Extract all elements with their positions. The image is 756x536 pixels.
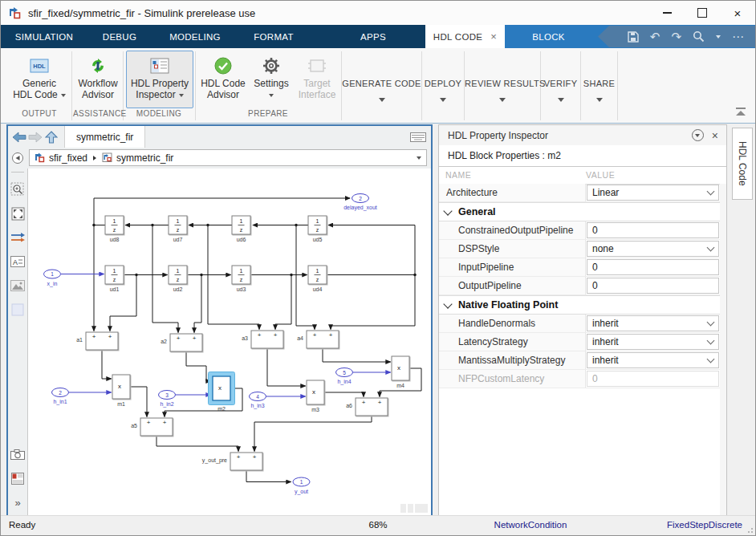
minimize-button[interactable] bbox=[649, 1, 685, 25]
section-generate-code[interactable]: GENERATE CODE bbox=[342, 48, 421, 120]
back-icon[interactable] bbox=[11, 129, 27, 145]
close-button[interactable]: × bbox=[720, 1, 755, 25]
property-row-constrainedoutputpipeline: ConstrainedOutputPipeline 0 bbox=[439, 221, 720, 240]
architecture-select[interactable]: Linear bbox=[587, 185, 719, 201]
section-collapse-icon[interactable] bbox=[443, 206, 452, 215]
section-review-results[interactable]: REVIEW RESULTS bbox=[465, 48, 540, 120]
dspstyle-select[interactable]: none bbox=[587, 241, 719, 257]
camera-icon[interactable] bbox=[10, 446, 26, 462]
tab-format[interactable]: FORMAT bbox=[248, 25, 299, 48]
mantissamultiplystrategy-select[interactable]: inherit bbox=[587, 352, 719, 368]
svg-text:+: + bbox=[329, 331, 333, 339]
property-row-mantissamultiplystrategy: MantissaMultiplyStrategy inherit bbox=[439, 351, 720, 370]
up-to-parent-icon[interactable] bbox=[43, 129, 59, 145]
more-tools-icon[interactable]: » bbox=[10, 494, 26, 510]
section-native-floating-point[interactable]: Native Floating Point bbox=[439, 295, 720, 315]
signal-routing-icon[interactable] bbox=[10, 229, 26, 246]
tab-simulation[interactable]: SIMULATION bbox=[14, 25, 75, 48]
svg-text:+: + bbox=[274, 331, 278, 339]
latencystrategy-select[interactable]: inherit bbox=[587, 334, 719, 350]
panel-scrollbar[interactable] bbox=[720, 184, 726, 516]
generic-hdl-code-button[interactable]: HDL Generic HDL Code bbox=[9, 51, 70, 108]
annotation-icon[interactable]: A bbox=[10, 254, 26, 270]
outputpipeline-field[interactable]: 0 bbox=[587, 278, 719, 294]
search-icon[interactable] bbox=[693, 30, 705, 43]
selected-block-m2 bbox=[209, 372, 235, 405]
tab-apps[interactable]: APPS bbox=[352, 25, 394, 48]
svg-text:+: + bbox=[177, 335, 181, 342]
panel-close-icon[interactable]: × bbox=[712, 129, 718, 142]
status-bar: Ready 68% NetworkCondition FixedStepDisc… bbox=[1, 515, 755, 535]
svg-text:ud1: ud1 bbox=[110, 286, 120, 292]
quick-access-dropdown-icon[interactable] bbox=[716, 35, 721, 39]
property-row-architecture: Architecture Linear bbox=[439, 184, 720, 202]
hdl-property-inspector-button[interactable]: HDL Property Inspector bbox=[126, 51, 193, 108]
resize-grip[interactable] bbox=[745, 525, 753, 533]
fit-to-view-icon[interactable] bbox=[10, 205, 26, 221]
collapse-ribbon-icon[interactable] bbox=[734, 108, 747, 117]
svg-text:z: z bbox=[113, 277, 116, 282]
workflow-advisor-button[interactable]: Workflow Advisor bbox=[75, 51, 121, 108]
tab-hdl-code[interactable]: HDL CODE × bbox=[425, 25, 505, 48]
status-network-condition[interactable]: NetworkCondition bbox=[458, 520, 603, 530]
svg-text:a3: a3 bbox=[242, 335, 248, 341]
inputpipeline-field[interactable]: 0 bbox=[587, 259, 719, 275]
svg-text:z: z bbox=[113, 227, 116, 233]
image-icon[interactable] bbox=[10, 278, 26, 294]
tab-modeling[interactable]: MODELING bbox=[165, 25, 226, 48]
breadcrumb[interactable]: sfir_fixed symmetric_fir bbox=[29, 149, 427, 166]
panel-menu-icon[interactable] bbox=[692, 129, 704, 141]
settings-button[interactable]: Settings bbox=[250, 51, 293, 108]
status-solver[interactable]: FixedStepDiscrete bbox=[667, 520, 742, 530]
constrainedoutputpipeline-field[interactable]: 0 bbox=[587, 222, 719, 238]
svg-text:1: 1 bbox=[240, 218, 243, 224]
svg-text:4: 4 bbox=[256, 394, 259, 400]
svg-text:+: + bbox=[92, 333, 96, 340]
dropdown-caret-icon bbox=[342, 98, 421, 102]
svg-text:+: + bbox=[163, 419, 167, 426]
diagram-canvas[interactable]: 1z ud8 1z ud7 1z ud6 1z ud5 1z ud1 1z bbox=[28, 169, 431, 515]
handledenormals-select[interactable]: inherit bbox=[587, 315, 719, 331]
editor-tab-symmetric-fir[interactable]: symmetric_fir bbox=[64, 126, 145, 148]
svg-text:a2: a2 bbox=[161, 339, 167, 344]
undo-icon[interactable]: ↶ bbox=[650, 30, 660, 43]
target-interface-icon bbox=[307, 54, 327, 78]
svg-text:h_in3: h_in3 bbox=[250, 403, 264, 409]
quick-access-toolbar: ↶ ↷ ⋯ bbox=[598, 26, 755, 47]
svg-text:a4: a4 bbox=[297, 335, 303, 341]
breadcrumb-dropdown-icon[interactable] bbox=[417, 156, 421, 160]
svg-text:+: + bbox=[147, 419, 151, 426]
section-share[interactable]: SHARE bbox=[581, 48, 617, 120]
tab-block[interactable]: BLOCK bbox=[505, 25, 592, 48]
section-general[interactable]: General bbox=[439, 202, 720, 221]
svg-text:ud4: ud4 bbox=[313, 286, 323, 292]
breadcrumb-current[interactable]: symmetric_fir bbox=[116, 152, 173, 164]
side-tab-hdl-code[interactable]: HDL Code bbox=[732, 128, 753, 200]
hide-explorer-icon[interactable] bbox=[10, 150, 26, 166]
breadcrumb-root[interactable]: sfir_fixed bbox=[49, 152, 87, 164]
section-deploy[interactable]: DEPLOY bbox=[422, 48, 464, 120]
dropdown-caret-icon bbox=[269, 94, 274, 97]
maximize-button[interactable] bbox=[685, 1, 720, 25]
chevron-down-icon bbox=[707, 337, 715, 345]
property-row-dspstyle: DSPStyle none bbox=[439, 240, 720, 258]
property-inspector-icon bbox=[149, 54, 170, 78]
editor-nav-bar: symmetric_fir bbox=[8, 126, 431, 148]
keyboard-shortcuts-icon[interactable] bbox=[410, 129, 426, 145]
viewers-icon[interactable] bbox=[10, 470, 26, 486]
dropdown-caret-icon bbox=[61, 94, 66, 97]
canvas-overview-icon[interactable] bbox=[400, 504, 428, 513]
tab-close-icon[interactable]: × bbox=[490, 30, 497, 43]
more-options-icon[interactable]: ⋯ bbox=[732, 30, 744, 43]
area-box-icon[interactable] bbox=[10, 302, 26, 318]
section-collapse-icon[interactable] bbox=[443, 299, 452, 308]
svg-text:h_in1: h_in1 bbox=[53, 399, 67, 405]
redo-icon[interactable]: ↷ bbox=[671, 30, 681, 43]
zoom-region-icon[interactable] bbox=[10, 181, 26, 197]
tab-debug[interactable]: DEBUG bbox=[96, 25, 144, 48]
target-interface-button: Target Interface bbox=[295, 51, 339, 108]
section-verify[interactable]: VERIFY bbox=[541, 48, 580, 120]
hdl-code-advisor-button[interactable]: HDL Code Advisor bbox=[198, 51, 248, 108]
save-icon[interactable] bbox=[628, 31, 639, 43]
unit-delay-blocks[interactable]: 1z ud8 1z ud7 1z ud6 1z ud5 1z ud1 1z bbox=[105, 216, 327, 292]
